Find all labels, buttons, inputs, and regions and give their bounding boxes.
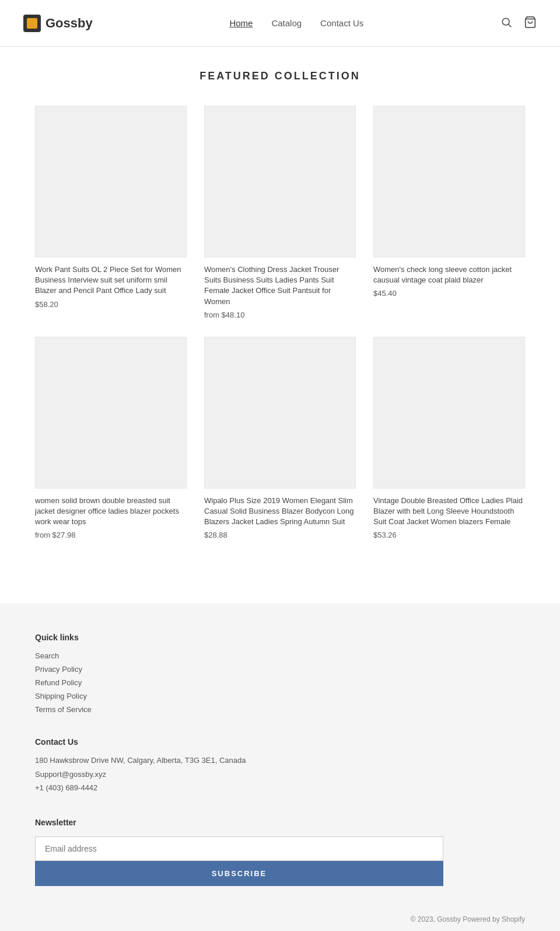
product-card[interactable]: women solid brown double breasted suit j… [35,337,187,540]
contact-address: 180 Hawksbrow Drive NW, Calgary, Alberta… [35,754,525,767]
footer-link[interactable]: Search [35,651,92,660]
footer: Quick links SearchPrivacy PolicyRefund P… [0,604,560,931]
product-card[interactable]: Women's Clothing Dress Jacket Trouser Su… [204,106,356,319]
footer-link[interactable]: Shipping Policy [35,692,92,700]
product-grid: Work Pant Suits OL 2 Piece Set for Women… [35,106,525,539]
brand-name: Gossby [46,16,93,31]
svg-line-1 [509,25,512,27]
subscribe-button[interactable]: SUBSCRIBE [35,861,443,886]
product-card[interactable]: Work Pant Suits OL 2 Piece Set for Women… [35,106,187,319]
product-name: Wipalo Plus Size 2019 Women Elegant Slim… [204,496,356,528]
product-price: from $27.98 [35,531,187,539]
product-price: $45.40 [373,289,525,298]
search-icon[interactable] [501,16,512,30]
product-image [373,106,525,257]
powered-by[interactable]: Powered by Shopify [463,915,525,923]
contact-heading: Contact Us [35,737,525,747]
nav-contact[interactable]: Contact Us [320,18,363,28]
newsletter-heading: Newsletter [35,818,525,827]
newsletter-form: SUBSCRIBE [35,836,443,886]
header-actions [501,16,537,30]
product-image [35,337,187,489]
footer-links: SearchPrivacy PolicyRefund PolicyShippin… [35,651,92,714]
product-name: Women's Clothing Dress Jacket Trouser Su… [204,264,356,307]
product-card[interactable]: Women's check long sleeve cotton jacket … [373,106,525,319]
footer-top: Quick links SearchPrivacy PolicyRefund P… [35,633,525,714]
product-card[interactable]: Wipalo Plus Size 2019 Women Elegant Slim… [204,337,356,540]
svg-point-0 [502,18,509,25]
newsletter-section: Newsletter SUBSCRIBE [35,818,525,886]
section-title: FEATURED COLLECTION [35,70,525,82]
main-content: FEATURED COLLECTION Work Pant Suits OL 2… [0,47,560,580]
cart-icon[interactable] [524,16,537,30]
quick-links-col: Quick links SearchPrivacy PolicyRefund P… [35,633,92,714]
nav-catalog[interactable]: Catalog [271,18,302,28]
email-input[interactable] [35,836,443,861]
copyright: © 2023, Gossby [411,915,461,923]
product-image [35,106,187,257]
product-price: $53.26 [373,531,525,539]
product-image [204,337,356,489]
footer-link[interactable]: Terms of Service [35,705,92,714]
footer-bottom: © 2023, Gossby Powered by Shopify [35,915,525,923]
product-name: Work Pant Suits OL 2 Piece Set for Women… [35,264,187,297]
product-price: from $48.10 [204,311,356,319]
header: Gossby Home Catalog Contact Us [0,0,560,47]
contact-phone: +1 (403) 689-4442 [35,781,525,794]
product-image [204,106,356,257]
main-nav: Home Catalog Contact Us [229,18,363,28]
logo[interactable]: Gossby [23,15,93,32]
logo-icon [23,15,41,32]
product-name: women solid brown double breasted suit j… [35,496,187,528]
product-price: $58.20 [35,300,187,309]
footer-link[interactable]: Refund Policy [35,678,92,687]
contact-section: Contact Us 180 Hawksbrow Drive NW, Calga… [35,737,525,794]
product-price: $28.88 [204,531,356,539]
nav-home[interactable]: Home [229,18,253,28]
product-name: Vintage Double Breasted Office Ladies Pl… [373,496,525,528]
contact-email: Support@gossby.xyz [35,768,525,781]
product-image [373,337,525,489]
footer-link[interactable]: Privacy Policy [35,665,92,674]
quick-links-heading: Quick links [35,633,92,642]
contact-details: 180 Hawksbrow Drive NW, Calgary, Alberta… [35,754,525,794]
product-name: Women's check long sleeve cotton jacket … [373,264,525,285]
product-card[interactable]: Vintage Double Breasted Office Ladies Pl… [373,337,525,540]
